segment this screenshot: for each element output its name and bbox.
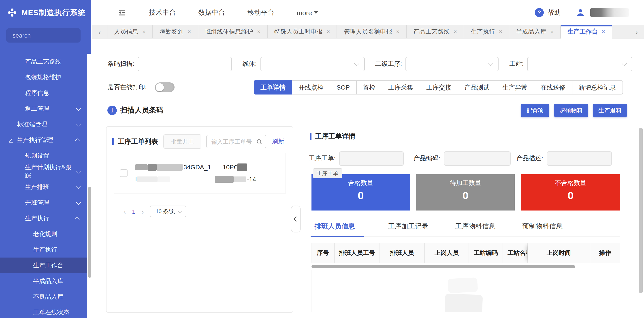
tab-process-records[interactable]: 工序加工记录 — [388, 222, 428, 231]
sidebar-item-production-exec-sub[interactable]: 生产执行 — [0, 242, 87, 257]
panels: 工序工单列表 批量开工 刷新 — [106, 126, 644, 313]
prev-page-icon[interactable]: ‹ — [124, 208, 126, 215]
workorder-list-item[interactable]: 34GDA_1 10PCS I — [114, 153, 286, 193]
workorder-tag: 工序工单 — [313, 168, 342, 178]
online-print-row: 是否在线打印: — [108, 80, 174, 95]
tab-semi-finished-inbound[interactable]: 半成品入库× — [509, 25, 560, 39]
nav-tech-platform[interactable]: 技术中台 — [149, 8, 176, 17]
sidebar-item-shift-mgmt[interactable]: 开班管理 — [0, 195, 87, 210]
segtab-new-final-inspection[interactable]: 新增总检记录 — [572, 80, 623, 95]
tabs-active-indicator — [310, 236, 364, 237]
close-icon[interactable]: × — [396, 29, 400, 35]
page-size-select[interactable]: 10 条/页 — [150, 206, 186, 217]
close-icon[interactable]: × — [454, 29, 457, 35]
segtab-production-abnormal[interactable]: 生产异常 — [496, 80, 534, 95]
segtab-line-check[interactable]: 开线点检 — [292, 80, 330, 95]
col-station-code: 工站编码 — [469, 243, 503, 263]
close-icon[interactable]: × — [550, 29, 554, 35]
col-onduty-time: 上岗时间 — [528, 243, 590, 263]
workorder-search-input[interactable] — [210, 138, 256, 145]
station-select[interactable] — [527, 57, 632, 71]
help-icon[interactable]: ? — [535, 8, 544, 17]
sidebar-search-input[interactable] — [12, 32, 75, 39]
nav-more[interactable]: more — [297, 9, 318, 16]
tab-process-materials[interactable]: 工序物料信息 — [455, 222, 496, 231]
tab-attendance[interactable]: 考勤签到× — [152, 25, 198, 39]
filter-station: 工站: — [509, 57, 632, 71]
tab-team-line-maintenance[interactable]: 班组线体信息维护× — [198, 25, 267, 39]
tab-manager-quota[interactable]: 管理人员名额申报× — [337, 25, 406, 39]
pending-qty-card: 待加工数量 0 — [416, 174, 515, 210]
tab-production-execution[interactable]: 生产执行× — [464, 25, 509, 39]
sidebar-item-standard-mgmt[interactable]: 标准端管理 — [0, 116, 87, 132]
sidebar-item-plan-tracking[interactable]: 生产计划执行&跟踪 — [0, 163, 87, 179]
close-icon[interactable]: × — [602, 29, 605, 35]
workorder-search[interactable] — [206, 135, 266, 148]
tab-scheduled-personnel[interactable]: 排班人员信息 — [314, 222, 355, 231]
sidebar-item-production-workbench[interactable]: 生产工作台 — [0, 257, 87, 273]
segtab-online-repair[interactable]: 在线送修 — [534, 80, 572, 95]
sidebar-item-production-exec[interactable]: 生产执行 — [0, 210, 87, 226]
segtab-workorder-detail[interactable]: 工单详情 — [254, 80, 292, 95]
redaction — [148, 164, 157, 170]
help-label[interactable]: 帮助 — [547, 8, 561, 17]
close-icon[interactable]: × — [188, 29, 191, 35]
sidebar-item-rework-mgmt[interactable]: 返工管理 — [0, 101, 87, 116]
sidebar-item-product-route[interactable]: 产品工艺路线 — [0, 54, 87, 69]
watermark-redaction — [448, 277, 478, 293]
menu-fold-icon[interactable] — [118, 8, 127, 17]
collapse-panel-handle[interactable] — [291, 206, 301, 232]
segtab-process-handover[interactable]: 工序交接 — [420, 80, 458, 95]
production-return-button[interactable]: 生产退料 — [593, 104, 627, 117]
workorder-list-panel: 工序工单列表 批量开工 刷新 — [106, 126, 293, 313]
barcode-input[interactable] — [138, 57, 232, 71]
page-scrollbar-thumb[interactable] — [639, 128, 643, 293]
workorder-checkbox[interactable] — [120, 169, 128, 177]
sidebar-item-scheduling[interactable]: 生产排班 — [0, 179, 87, 195]
tab-personnel-info[interactable]: 人员信息× — [107, 25, 152, 39]
sidebar-item-packaging-spec[interactable]: 包装规格维护 — [0, 69, 87, 85]
refresh-link[interactable]: 刷新 — [272, 138, 284, 146]
sidebar-search[interactable] — [6, 28, 80, 43]
sidebar-item-defective-inbound[interactable]: 不良品入库 — [0, 289, 87, 304]
chevron-down-icon — [76, 106, 81, 111]
sidebar-item-production-exec-mgmt[interactable]: 生产执行管理 — [0, 132, 87, 148]
redaction — [157, 164, 182, 170]
close-icon[interactable]: × — [499, 29, 502, 35]
process-select[interactable] — [406, 57, 499, 71]
online-print-toggle[interactable] — [155, 82, 174, 92]
sidebar-item-semi-finished-inbound[interactable]: 半成品入库 — [0, 273, 87, 289]
sidebar-item-workorder-online-status[interactable]: 工单在线状态 — [0, 304, 87, 318]
line-select[interactable] — [260, 57, 364, 71]
chevron-down-icon — [178, 208, 182, 213]
tab-prefab-materials[interactable]: 预制物料信息 — [522, 222, 562, 231]
close-icon[interactable]: × — [327, 29, 330, 35]
segtab-process-collection[interactable]: 工序采集 — [382, 80, 420, 95]
sidebar-item-program-info[interactable]: 程序信息 — [0, 85, 87, 101]
segtab-product-test[interactable]: 产品测试 — [458, 80, 496, 95]
sidebar-scrollbar-thumb[interactable] — [88, 187, 91, 278]
segtab-sop[interactable]: SOP — [330, 80, 356, 95]
segtab-first-inspection[interactable]: 首检 — [356, 80, 382, 95]
unqualified-qty-card: 不合格数量 0 — [521, 174, 620, 210]
batch-start-button[interactable]: 批量开工 — [163, 134, 202, 149]
table-header-row: 序号 排班人员工号 排班人员 上岗人员 工站编码 工站名称 上岗时间 操作 — [311, 243, 620, 263]
tab-production-workbench[interactable]: 生产工作台× — [560, 25, 612, 39]
sidebar-item-rule-setting[interactable]: 规则设置 — [0, 148, 87, 163]
nav-data-platform[interactable]: 数据中台 — [198, 8, 225, 17]
current-page[interactable]: 1 — [132, 208, 135, 215]
step-title: 扫描人员条码 — [120, 106, 163, 115]
tabs-scroll-left-icon[interactable]: ‹ — [92, 25, 107, 39]
next-page-icon[interactable]: › — [142, 208, 144, 215]
close-icon[interactable]: × — [142, 29, 146, 35]
tab-process-route[interactable]: 产品工艺路线× — [406, 25, 464, 39]
tab-special-hours[interactable]: 特殊人员工时申报× — [267, 25, 337, 39]
table-hscrollbar-thumb[interactable] — [312, 265, 575, 268]
nav-mobile-platform[interactable]: 移动平台 — [248, 8, 274, 17]
close-icon[interactable]: × — [257, 29, 260, 35]
user-avatar-icon[interactable] — [576, 8, 585, 17]
sidebar-item-aging-rule[interactable]: 老化规则 — [0, 226, 87, 242]
extra-material-button[interactable]: 超领物料 — [554, 104, 588, 117]
config-button[interactable]: 配置项 — [521, 104, 549, 117]
tabs-scroll-right-icon[interactable]: › — [629, 25, 644, 39]
